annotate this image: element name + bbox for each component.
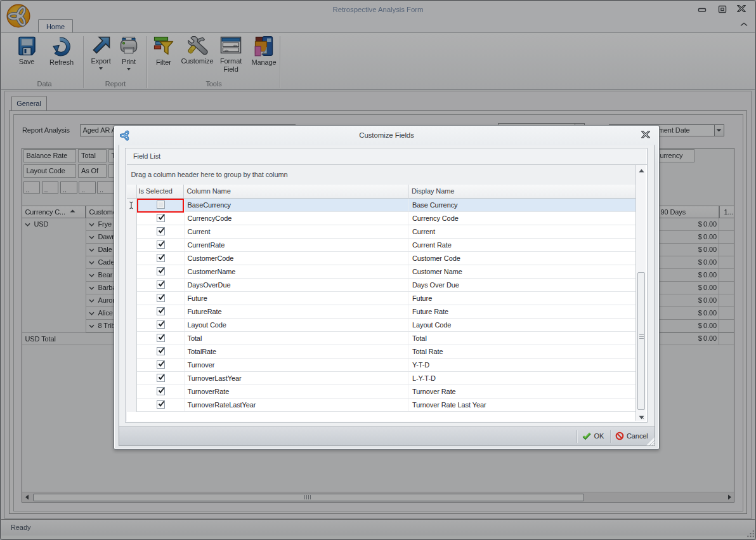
svg-text:abc: abc [225, 49, 228, 52]
svg-text:abc: abc [233, 44, 237, 47]
